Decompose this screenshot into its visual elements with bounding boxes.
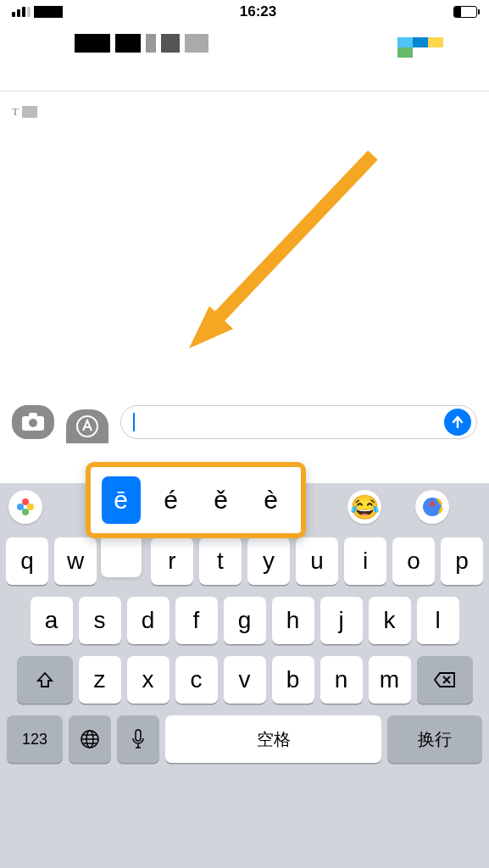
- status-time: 16:23: [240, 3, 276, 20]
- key-v[interactable]: v: [224, 656, 266, 704]
- conversation-area[interactable]: T: [0, 92, 489, 172]
- key-j[interactable]: j: [320, 597, 363, 644]
- keyboard: 😂 q w r t y u i o p a s d f g h j k l: [0, 483, 489, 868]
- key-b[interactable]: b: [272, 656, 314, 704]
- key-h[interactable]: h: [272, 597, 314, 644]
- photos-app-icon[interactable]: [8, 490, 42, 524]
- key-f[interactable]: f: [175, 597, 218, 644]
- carrier-redacted: [34, 6, 63, 18]
- message-placeholder: T: [12, 105, 19, 118]
- emoji-app-icon[interactable]: 😂: [347, 490, 381, 524]
- redacted-text: [22, 106, 37, 118]
- svg-marker-1: [189, 306, 233, 348]
- key-x[interactable]: x: [127, 656, 169, 704]
- key-w[interactable]: w: [54, 537, 97, 585]
- accent-option-1[interactable]: é: [152, 476, 191, 524]
- key-a[interactable]: a: [31, 597, 73, 644]
- key-k[interactable]: k: [369, 597, 411, 644]
- key-s[interactable]: s: [79, 597, 121, 644]
- key-row-3: z x c v b n m: [5, 656, 484, 704]
- svg-point-7: [27, 504, 34, 510]
- numbers-key[interactable]: 123: [7, 715, 63, 763]
- globe-icon: [79, 728, 101, 750]
- key-r[interactable]: r: [151, 537, 193, 585]
- apps-button[interactable]: [66, 409, 108, 443]
- status-right: [453, 6, 477, 18]
- key-d[interactable]: d: [127, 597, 169, 644]
- key-u[interactable]: u: [296, 537, 338, 585]
- text-cursor: [133, 413, 135, 431]
- backspace-icon: [434, 671, 456, 688]
- key-z[interactable]: z: [79, 656, 121, 704]
- status-bar: 16:23: [0, 0, 489, 24]
- accent-option-3[interactable]: è: [252, 476, 291, 524]
- key-g[interactable]: g: [224, 597, 266, 644]
- svg-point-9: [17, 504, 24, 510]
- backspace-key[interactable]: [417, 656, 473, 704]
- svg-rect-17: [136, 730, 141, 741]
- accent-option-2[interactable]: ě: [202, 476, 241, 524]
- status-left: [12, 6, 63, 18]
- svg-rect-3: [29, 413, 37, 418]
- battery-icon: [453, 6, 477, 18]
- key-row-bottom: 123 空格 换行: [5, 715, 484, 763]
- message-input[interactable]: [120, 405, 477, 439]
- key-m[interactable]: m: [369, 656, 411, 704]
- key-i[interactable]: i: [344, 537, 386, 585]
- svg-point-4: [29, 419, 37, 427]
- space-key[interactable]: 空格: [165, 715, 381, 763]
- globe-key[interactable]: [69, 715, 111, 763]
- svg-point-6: [22, 498, 29, 505]
- mic-icon: [131, 729, 145, 749]
- accent-popup[interactable]: ē é ě è: [86, 462, 306, 538]
- key-y[interactable]: y: [247, 537, 290, 585]
- header: [0, 24, 489, 92]
- return-key[interactable]: 换行: [387, 715, 482, 763]
- key-popup-stem: [101, 533, 142, 577]
- shift-icon: [36, 670, 54, 689]
- key-q[interactable]: q: [6, 537, 48, 585]
- key-n[interactable]: n: [320, 656, 363, 704]
- shift-key[interactable]: [17, 656, 73, 704]
- camera-icon: [21, 413, 45, 431]
- header-accent-colors: [397, 37, 413, 58]
- accent-option-0[interactable]: ē: [102, 476, 141, 524]
- camera-button[interactable]: [12, 405, 54, 439]
- svg-line-0: [208, 155, 373, 329]
- maps-app-icon[interactable]: [415, 490, 449, 524]
- key-p[interactable]: p: [441, 537, 483, 585]
- input-row: [0, 392, 489, 452]
- arrow-up-icon: [451, 415, 464, 429]
- signal-icon: [12, 7, 31, 17]
- appstore-icon: [76, 415, 98, 437]
- key-o[interactable]: o: [392, 537, 435, 585]
- send-button[interactable]: [444, 409, 471, 436]
- key-row-1: q w r t y u i o p: [5, 537, 484, 585]
- key-row-2: a s d f g h j k l: [5, 597, 484, 644]
- svg-point-8: [22, 509, 29, 515]
- mic-key[interactable]: [117, 715, 159, 763]
- key-l[interactable]: l: [417, 597, 459, 644]
- message-body-area: [0, 172, 489, 443]
- key-t[interactable]: t: [199, 537, 242, 585]
- key-rows: q w r t y u i o p a s d f g h j k l z: [0, 531, 489, 763]
- key-c[interactable]: c: [175, 656, 218, 704]
